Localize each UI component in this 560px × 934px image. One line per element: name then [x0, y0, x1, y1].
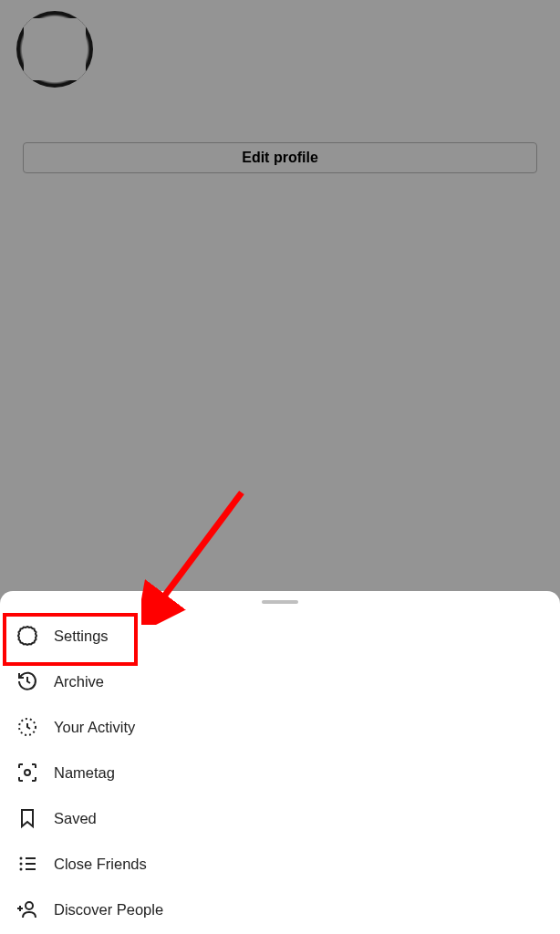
add-person-icon: [16, 898, 39, 921]
svg-point-8: [26, 902, 33, 909]
menu-item-settings[interactable]: Settings: [0, 613, 560, 659]
menu-item-nametag[interactable]: Nametag: [0, 750, 560, 795]
menu-label: Nametag: [54, 764, 115, 782]
menu-item-saved[interactable]: Saved: [0, 795, 560, 841]
svg-point-1: [25, 770, 30, 775]
activity-icon: [16, 715, 39, 739]
menu-label: Close Friends: [54, 856, 147, 873]
svg-point-6: [20, 868, 23, 871]
list-icon: [16, 852, 39, 876]
menu-label: Discover People: [54, 901, 163, 918]
menu-label: Your Activity: [54, 719, 135, 736]
nametag-icon: [16, 761, 39, 784]
bookmark-icon: [16, 806, 39, 830]
menu-item-close-friends[interactable]: Close Friends: [0, 841, 560, 887]
gear-icon: [16, 624, 39, 648]
bottom-sheet: Settings Archive Your Activity Nametag S…: [0, 591, 560, 934]
menu-label: Archive: [54, 673, 104, 690]
menu-label: Settings: [54, 628, 109, 645]
drag-handle[interactable]: [262, 600, 298, 604]
menu-item-discover-people[interactable]: Discover People: [0, 887, 560, 932]
menu-item-your-activity[interactable]: Your Activity: [0, 704, 560, 750]
svg-point-2: [20, 857, 23, 860]
svg-point-4: [20, 863, 23, 866]
menu-item-archive[interactable]: Archive: [0, 659, 560, 704]
menu-label: Saved: [54, 810, 97, 827]
archive-icon: [16, 669, 39, 693]
